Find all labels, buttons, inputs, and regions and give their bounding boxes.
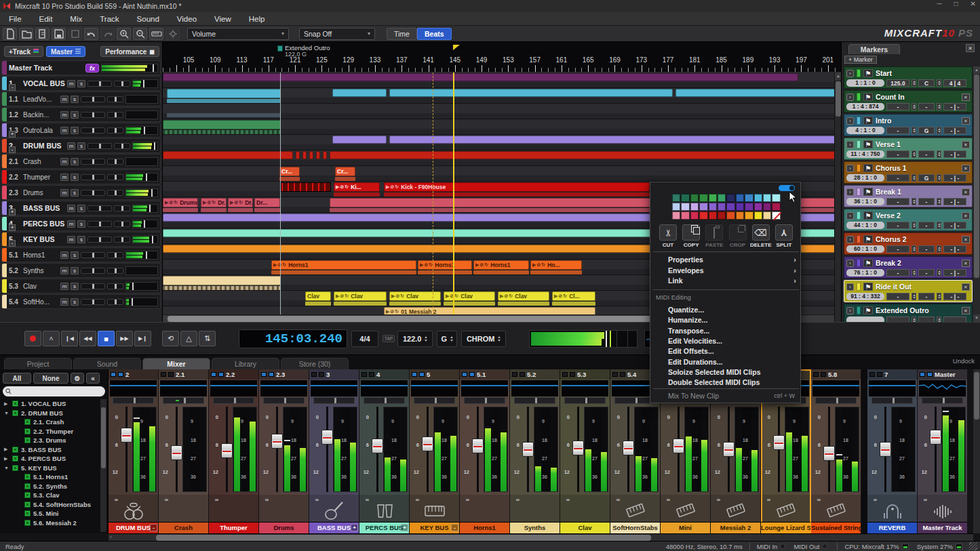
resize-grip[interactable] [969, 542, 977, 550]
color-swatch[interactable] [736, 203, 744, 211]
menu-item-soloize-selected-midi-clips[interactable]: Soloize Selected MIDI Clips [650, 367, 802, 377]
slider-handle[interactable] [115, 268, 117, 273]
audio-clip[interactable]: Clav [305, 291, 331, 301]
key-spinner[interactable] [937, 222, 941, 229]
strip-pan-slider[interactable] [263, 397, 305, 404]
audio-clip[interactable]: Cr... [335, 167, 355, 176]
strip-eq-display[interactable] [562, 380, 608, 396]
strip-led[interactable] [570, 372, 575, 377]
volume-fader[interactable] [879, 407, 891, 492]
marker-position[interactable]: 91 : 4 : 332 [846, 293, 884, 300]
mute-button[interactable]: m [60, 111, 68, 119]
strip-led[interactable] [821, 372, 826, 377]
color-swatch[interactable] [726, 211, 734, 220]
marker-time-signature[interactable]: - | - [943, 198, 966, 205]
slider-handle[interactable] [115, 253, 117, 258]
menu-item-double-selected-midi-clips[interactable]: Double Selected MIDI Clips [650, 377, 802, 388]
clip-overview[interactable] [167, 113, 281, 117]
strip-led[interactable] [319, 372, 324, 377]
mixer-strip-4[interactable]: 40612∞9182736PERCS BUS+ [359, 369, 410, 533]
mute-button[interactable]: m [67, 142, 75, 150]
timeline-lane[interactable] [163, 166, 841, 182]
tree-item-1-vocal-bus[interactable]: ▶✕1. VOCAL BUS [0, 399, 109, 409]
search-input[interactable] [14, 388, 88, 395]
performance-button[interactable]: Performance▦ [100, 46, 159, 57]
strip-name-label[interactable]: Mini [661, 522, 710, 533]
volume-fader[interactable] [572, 407, 584, 492]
tab-library[interactable]: Library [212, 358, 279, 369]
rewind-button[interactable]: ◀◀ [79, 331, 96, 346]
markers-close-icon[interactable]: ✕ [966, 44, 975, 52]
scroll-left-icon[interactable]: ‹ [110, 534, 112, 540]
automation-type-dropdown[interactable]: Volume▾ [187, 28, 289, 40]
volume-slider[interactable] [81, 190, 105, 196]
strip-pan-slider[interactable] [414, 397, 455, 404]
menu-video[interactable]: Video [168, 12, 205, 26]
marker-key[interactable]: - [918, 198, 935, 205]
audio-clip[interactable]: ▶⊘↻Kick - F90House [384, 182, 650, 192]
volume-fader[interactable] [220, 407, 233, 492]
volume-slider[interactable] [81, 159, 105, 165]
audio-clip[interactable]: Dr... [254, 198, 280, 207]
key-spinner[interactable] [937, 127, 941, 134]
solo-button[interactable]: s [71, 127, 79, 134]
audio-clip[interactable] [332, 136, 387, 144]
fader-handle[interactable] [472, 438, 484, 453]
pan-slider[interactable] [107, 127, 123, 134]
marker-time-signature[interactable]: - | - [943, 127, 966, 134]
tree-checkbox[interactable]: ✕ [12, 410, 18, 416]
audio-clip[interactable] [309, 151, 313, 159]
track-row-3[interactable]: +3BASS BUSms [1, 201, 161, 216]
audio-clip[interactable] [163, 73, 798, 81]
time-mode-button[interactable]: Time [387, 28, 417, 40]
mixer-strip-2.2[interactable]: 2.20612∞9182736Thumper [209, 369, 259, 533]
add-marker-button[interactable]: + Marker [844, 56, 877, 64]
strip-name-label[interactable]: PERCS BUS+ [359, 522, 409, 533]
strip-pan-slider[interactable] [113, 397, 154, 404]
mixer-horizontal-scrollbar[interactable]: ‹ [109, 533, 973, 541]
solo-button[interactable]: s [71, 267, 79, 274]
fader-handle[interactable] [880, 442, 891, 457]
marker-color-chip[interactable] [857, 117, 861, 125]
strip-pan-slider[interactable] [163, 397, 204, 404]
marker-time-signature[interactable] [943, 317, 966, 322]
stop-button[interactable]: ■ [98, 331, 115, 346]
marker-color-chip[interactable] [857, 188, 861, 196]
pan-slider[interactable] [107, 159, 123, 165]
marker-time-signature[interactable]: - | - [943, 245, 966, 253]
key-spinner[interactable] [937, 317, 941, 322]
marker-expand-icon[interactable]: › [846, 236, 854, 243]
marker-delete-icon[interactable]: ✕ [962, 141, 970, 148]
color-swatch[interactable] [690, 211, 699, 220]
browser-settings-button[interactable]: ⚙ [71, 373, 84, 384]
pan-handle[interactable] [585, 398, 587, 403]
marker-time-signature[interactable]: - | - [943, 293, 966, 300]
marker-expand-icon[interactable]: › [846, 70, 854, 77]
color-toggle[interactable] [779, 185, 795, 191]
strip-led[interactable] [512, 372, 517, 377]
key-spinner[interactable] [937, 174, 941, 182]
key-spinner[interactable] [937, 198, 941, 205]
strip-pan-slider[interactable] [514, 397, 555, 404]
strip-led[interactable] [419, 372, 425, 377]
track-row-2.1[interactable]: 2.1Crashms [1, 154, 161, 169]
record-button[interactable] [24, 331, 41, 346]
tree-checkbox[interactable]: ✕ [24, 437, 31, 443]
slider-handle[interactable] [115, 300, 117, 304]
color-swatch[interactable] [718, 194, 726, 202]
save-icon[interactable] [52, 28, 66, 40]
marker-position[interactable]: 1 : 4 : 874 [846, 103, 884, 110]
tree-item-5-6-messiah-2[interactable]: ✕5.6. Messiah 2 [0, 518, 109, 528]
color-swatch[interactable] [772, 194, 780, 202]
fader-handle[interactable] [121, 428, 132, 443]
tempo-spinner[interactable] [912, 317, 916, 322]
close-button[interactable]: ✕ [971, 0, 976, 7]
key-spinner[interactable] [937, 245, 941, 253]
tree-item-2-3-drums[interactable]: ✕2.3. Drums [0, 436, 109, 445]
audio-clip[interactable]: ▶⊘↻Cl... [552, 291, 595, 301]
split-button[interactable]: YSPLIT [773, 224, 795, 248]
volume-slider[interactable] [81, 283, 105, 289]
audio-clip[interactable] [163, 151, 293, 159]
slider-handle[interactable] [115, 97, 117, 102]
audio-clip[interactable] [163, 276, 281, 285]
